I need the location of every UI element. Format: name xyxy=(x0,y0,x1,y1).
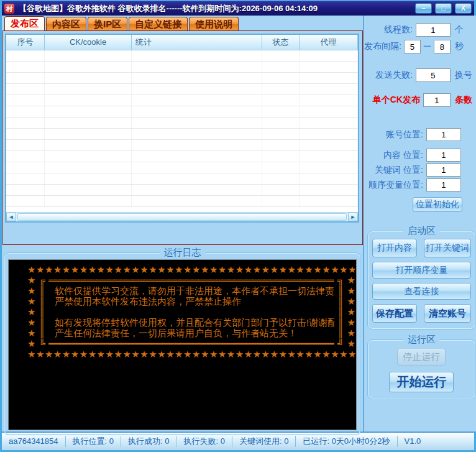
save-config-button[interactable]: 保存配置 xyxy=(372,304,417,323)
box-border: ║ xyxy=(337,296,344,307)
box-border: ════════════════════════════════════════… xyxy=(48,338,334,349)
account-position-label: 账号位置: xyxy=(386,129,423,141)
column-header-1[interactable]: CK/cookie xyxy=(45,35,132,50)
per-ck-label: 单个CK发布 xyxy=(373,95,420,106)
per-ck-row: 单个CK发布 条数 xyxy=(364,93,476,107)
sequence-variable-position-input[interactable] xyxy=(426,178,461,191)
thread-count-row: 线程数: 个 xyxy=(364,23,476,37)
star-icon: ★ xyxy=(347,328,355,338)
stop-run-button[interactable]: 停止运行 xyxy=(397,349,446,366)
log-line: ★ ║ 严禁使用本软件发布违法内容，严禁禁止操作 ║ ★ xyxy=(27,296,355,307)
column-header-3[interactable]: 状态 xyxy=(262,35,300,50)
tab-usage-help[interactable]: 使用说明 xyxy=(189,17,239,30)
star-icon: ★ xyxy=(27,307,35,317)
column-header-0[interactable]: 序号 xyxy=(6,35,45,50)
window-title: 【谷歌地图】谷歌外推软件 谷歌收录排名------软件到期时间为:2026-09… xyxy=(19,3,415,14)
app-window: 村 【谷歌地图】谷歌外推软件 谷歌收录排名------软件到期时间为:2026-… xyxy=(0,0,476,452)
close-button[interactable]: X xyxy=(455,3,472,14)
tab-custom-link[interactable]: 自定义链接 xyxy=(129,17,188,30)
status-account: aa764341854 xyxy=(2,436,66,447)
thread-count-input[interactable] xyxy=(416,23,451,37)
content-position-row: 内容 位置: xyxy=(364,149,476,162)
send-fail-input[interactable] xyxy=(416,68,451,82)
publish-interval-unit: 秒 xyxy=(455,41,472,52)
table-row xyxy=(6,118,358,129)
table-row xyxy=(6,162,358,173)
account-position-input[interactable] xyxy=(426,128,461,141)
box-border: ║ xyxy=(337,317,344,328)
thread-count-unit: 个 xyxy=(455,24,472,35)
log-text: 如有发现将停封软件使用权，并且配合有关部门部门予以打击!谢谢配合 xyxy=(48,317,334,328)
status-exec-success: 执行成功: 0 xyxy=(121,436,176,447)
star-icon: ★ xyxy=(27,338,35,349)
launch-row-3: 查看连接 xyxy=(372,283,471,300)
log-line: ★ ║ 如有发现将停封软件使用权，并且配合有关部门部门予以打击!谢谢配合 ║ ★ xyxy=(27,317,355,328)
open-keyword-button[interactable]: 打开关键词 xyxy=(424,239,471,257)
box-corner: ╗ xyxy=(337,275,344,285)
table-row xyxy=(6,50,358,62)
box-border: ║ xyxy=(337,328,344,338)
star-icon: ★ xyxy=(347,338,355,349)
run-log-groupbox: 运行日志 ★★★★★★★★★★★★★★★★★★★★★★★★★★★★★★★★★★★… xyxy=(4,252,361,435)
sequence-variable-position-label: 顺序变量位置: xyxy=(368,180,423,191)
table-row xyxy=(6,140,358,151)
log-line: ★ ║ 软件仅提供学习交流，请勿用于非法用途，本作者不承担一切法律责任 ║ ★ xyxy=(27,285,355,296)
left-column: 发布区 内容区 换IP区 自定义链接 使用说明 序号CK/cookie统计状态代… xyxy=(2,16,363,431)
scroll-right-arrow-icon[interactable]: ► xyxy=(348,213,358,221)
launch-title: 启动区 xyxy=(403,225,440,237)
content-position-input[interactable] xyxy=(426,149,461,162)
box-corner: ╝ xyxy=(337,338,344,349)
log-star-line: ★★★★★★★★★★★★★★★★★★★★★★★★★★★★★★★★★★★★★★★★ xyxy=(27,264,355,275)
per-ck-count-input[interactable] xyxy=(423,93,451,107)
open-content-button[interactable]: 打开内容 xyxy=(372,239,417,257)
publish-interval-to-input[interactable] xyxy=(434,40,451,53)
tab-content-area[interactable]: 内容区 xyxy=(46,17,86,30)
box-border: ║ xyxy=(39,285,45,296)
table-row xyxy=(6,95,358,106)
scrollbar-thumb[interactable] xyxy=(17,213,347,221)
star-icon: ★ xyxy=(347,285,355,296)
per-ck-unit: 条数 xyxy=(455,95,472,106)
launch-row-1: 打开内容 打开关键词 xyxy=(372,239,471,257)
column-header-2[interactable]: 统计 xyxy=(132,35,262,50)
publish-interval-row: 发布间隔: 一 秒 xyxy=(364,40,476,53)
status-version: V1.0 xyxy=(398,436,428,447)
tab-publish-area[interactable]: 发布区 xyxy=(4,16,45,30)
log-line: ★ ║ ║ ★ xyxy=(27,307,355,317)
log-star-line: ★★★★★★★★★★★★★★★★★★★★★★★★★★★★★★★★★★★★★★★★ xyxy=(27,349,355,359)
init-position-button[interactable]: 位置初始化 xyxy=(413,197,462,212)
account-position-row: 账号位置: xyxy=(364,128,476,141)
open-sequence-variable-button[interactable]: 打开顺序变量 xyxy=(372,262,471,279)
table-body xyxy=(6,50,358,212)
keyword-position-label: 关键词 位置: xyxy=(375,165,423,176)
status-keyword-usage: 关键词使用: 0 xyxy=(232,436,296,447)
minimize-button[interactable]: － xyxy=(415,3,432,14)
publish-interval-label: 发布间隔: xyxy=(364,41,401,52)
star-icon: ★ xyxy=(347,317,355,328)
star-icon: ★ xyxy=(27,328,35,338)
launch-row-2: 打开顺序变量 xyxy=(372,262,471,279)
column-header-4[interactable]: 代理 xyxy=(300,35,358,50)
send-fail-label: 发送失败: xyxy=(375,70,413,81)
box-corner: ╚ xyxy=(39,338,45,349)
box-border: ║ xyxy=(39,328,45,338)
keyword-position-input[interactable] xyxy=(426,164,461,177)
main-content: 发布区 内容区 换IP区 自定义链接 使用说明 序号CK/cookie统计状态代… xyxy=(2,16,474,431)
horizontal-scrollbar[interactable]: ◄ ► xyxy=(6,212,358,221)
table-row xyxy=(6,185,358,196)
start-run-button[interactable]: 开始运行 xyxy=(389,372,454,392)
clear-account-button[interactable]: 清空账号 xyxy=(424,304,471,323)
run-log-title: 运行日志 xyxy=(160,247,206,259)
tab-change-ip[interactable]: 换IP区 xyxy=(88,17,127,30)
scroll-left-arrow-icon[interactable]: ◄ xyxy=(6,213,16,221)
log-text: 软件仅提供学习交流，请勿用于非法用途，本作者不承担一切法律责任 xyxy=(48,285,334,296)
table-row xyxy=(6,84,358,95)
star-icon: ★ xyxy=(27,317,35,328)
log-text: 产生任何法律责任，一切后果请用户自负，与作者站无关！ xyxy=(48,328,334,338)
settings-panel: 线程数: 个 发布间隔: 一 秒 发送失败: 换号 单个CK发布 条数 xyxy=(363,16,476,431)
run-title: 运行区 xyxy=(403,334,440,346)
view-link-button[interactable]: 查看连接 xyxy=(372,283,471,300)
publish-interval-from-input[interactable] xyxy=(404,40,421,53)
table-header-row: 序号CK/cookie统计状态代理 xyxy=(6,35,358,50)
maximize-button[interactable]: □ xyxy=(435,3,452,14)
